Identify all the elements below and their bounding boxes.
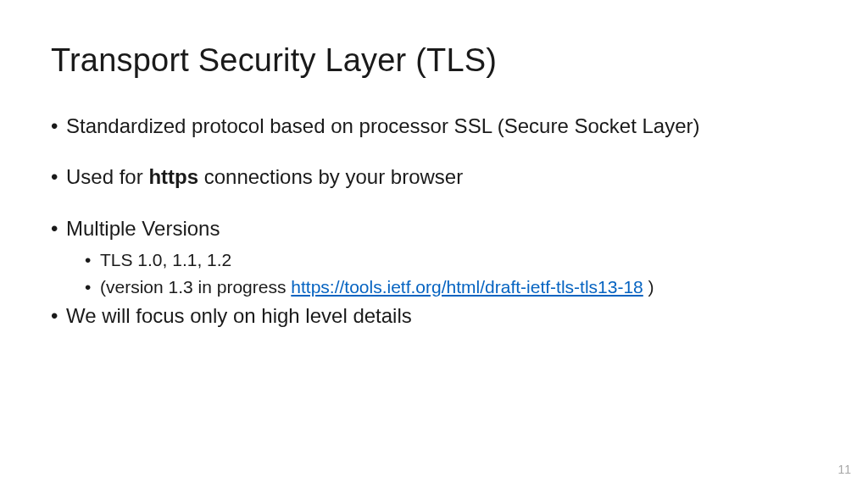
sub-bullet-item: (version 1.3 in progress https://tools.i… (85, 274, 817, 299)
sub-bullet-list: TLS 1.0, 1.1, 1.2 (version 1.3 in progre… (66, 247, 817, 299)
slide: Transport Security Layer (TLS) Standardi… (0, 0, 868, 488)
bullet-item: Multiple Versions TLS 1.0, 1.1, 1.2 (ver… (51, 215, 817, 299)
bullet-item: Standardized protocol based on processor… (51, 113, 817, 140)
bullet-text: Multiple Versions (66, 217, 220, 240)
bullet-item: Used for https connections by your brows… (51, 164, 817, 191)
sub-bullet-text: (version 1.3 in progress (100, 277, 291, 297)
link-ietf-draft[interactable]: https://tools.ietf.org/html/draft-ietf-t… (291, 277, 643, 297)
sub-bullet-text: ) (643, 277, 654, 297)
bullet-item: We will focus only on high level details (51, 302, 817, 330)
sub-bullet-item: TLS 1.0, 1.1, 1.2 (85, 247, 817, 272)
bullet-bold: https (148, 165, 198, 188)
page-number: 11 (837, 463, 851, 476)
bullet-text: connections by your browser (198, 165, 463, 188)
bullet-list: Standardized protocol based on processor… (51, 113, 817, 330)
bullet-text: Used for (66, 165, 148, 188)
slide-title: Transport Security Layer (TLS) (51, 42, 817, 79)
